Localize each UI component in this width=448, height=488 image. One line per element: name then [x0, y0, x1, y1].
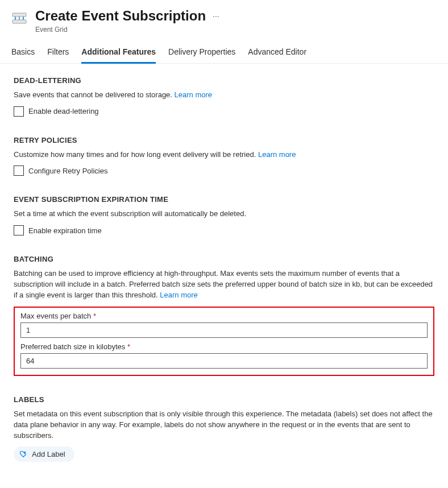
- expiration-desc: Set a time at which the event subscripti…: [14, 209, 434, 220]
- labels-desc: Set metadata on this event subscription …: [14, 409, 434, 441]
- enable-expiration-checkbox[interactable]: [14, 225, 24, 235]
- more-actions-button[interactable]: ···: [209, 8, 223, 24]
- batching-desc-text: Batching can be used to improve efficien…: [14, 269, 433, 299]
- page-header: Create Event Subscription ··· Event Grid: [0, 0, 448, 39]
- enable-expiration-label: Enable expiration time: [28, 226, 102, 235]
- svg-rect-0: [13, 13, 26, 16]
- batching-learn-more-link[interactable]: Learn more: [160, 291, 197, 299]
- tab-advanced-editor[interactable]: Advanced Editor: [248, 43, 306, 64]
- svg-point-2: [15, 18, 16, 19]
- page-subtitle: Event Grid: [35, 26, 437, 34]
- tab-delivery-properties[interactable]: Delivery Properties: [168, 43, 235, 64]
- batching-section: BATCHING Batching can be used to improve…: [14, 255, 434, 376]
- footer: Create: [0, 483, 448, 488]
- tab-additional-features[interactable]: Additional Features: [81, 43, 156, 64]
- max-events-input[interactable]: [20, 322, 428, 338]
- required-asterisk: *: [127, 342, 130, 351]
- expiration-section: EVENT SUBSCRIPTION EXPIRATION TIME Set a…: [14, 195, 434, 235]
- expiration-title: EVENT SUBSCRIPTION EXPIRATION TIME: [14, 195, 434, 204]
- retry-policies-title: RETRY POLICIES: [14, 136, 434, 144]
- tag-plus-icon: [19, 450, 27, 458]
- dead-lettering-learn-more-link[interactable]: Learn more: [175, 90, 212, 99]
- tab-filters[interactable]: Filters: [47, 43, 69, 64]
- configure-retry-policies-checkbox[interactable]: [14, 166, 24, 176]
- preferred-size-label: Preferred batch size in kilobytes *: [20, 342, 428, 351]
- dead-lettering-desc: Save events that cannot be delivered to …: [14, 90, 434, 101]
- enable-dead-lettering-label: Enable dead-lettering: [28, 107, 99, 115]
- dead-lettering-section: DEAD-LETTERING Save events that cannot b…: [14, 76, 434, 117]
- content: DEAD-LETTERING Save events that cannot b…: [0, 64, 448, 484]
- retry-policies-learn-more-link[interactable]: Learn more: [258, 150, 296, 159]
- enable-dead-lettering-checkbox[interactable]: [14, 106, 24, 117]
- add-label-text: Add Label: [32, 450, 65, 458]
- preferred-size-label-text: Preferred batch size in kilobytes: [20, 342, 125, 351]
- retry-policies-desc: Customize how many times and for how lon…: [14, 150, 434, 160]
- retry-policies-desc-text: Customize how many times and for how lon…: [14, 150, 256, 159]
- labels-title: LABELS: [14, 395, 434, 404]
- retry-policies-section: RETRY POLICIES Customize how many times …: [14, 136, 434, 176]
- required-asterisk: *: [93, 312, 96, 320]
- labels-section: LABELS Set metadata on this event subscr…: [14, 395, 434, 462]
- max-events-label-text: Max events per batch: [20, 312, 91, 320]
- dead-lettering-title: DEAD-LETTERING: [14, 76, 434, 85]
- batching-highlight-box: Max events per batch * Preferred batch s…: [14, 307, 434, 376]
- event-grid-icon: [11, 10, 27, 26]
- page-title: Create Event Subscription: [35, 8, 206, 24]
- batching-desc: Batching can be used to improve efficien…: [14, 268, 434, 301]
- add-label-button[interactable]: Add Label: [14, 446, 74, 462]
- max-events-label: Max events per batch *: [20, 312, 428, 320]
- batching-title: BATCHING: [14, 255, 434, 263]
- dead-lettering-desc-text: Save events that cannot be delivered to …: [14, 90, 172, 99]
- svg-point-3: [23, 18, 24, 19]
- tabs: Basics Filters Additional Features Deliv…: [0, 43, 448, 64]
- preferred-size-input[interactable]: [20, 353, 428, 369]
- configure-retry-policies-label: Configure Retry Policies: [28, 167, 107, 175]
- tab-basics[interactable]: Basics: [11, 43, 35, 64]
- svg-rect-1: [13, 20, 26, 23]
